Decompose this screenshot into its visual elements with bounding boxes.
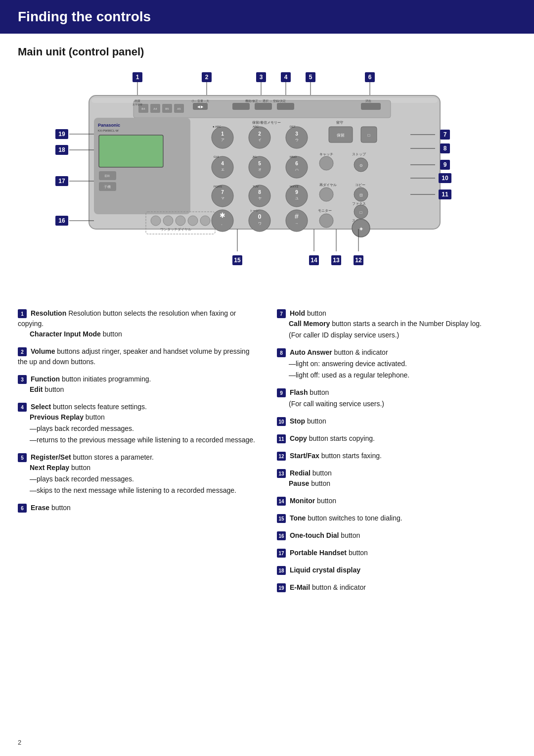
svg-text:文字切替: 文字切替 xyxy=(133,103,142,106)
svg-text:14: 14 xyxy=(311,257,317,264)
control-panel-diagram: 1 2 3 4 5 6 xyxy=(44,68,490,291)
desc-11-bold: Copy xyxy=(290,434,307,442)
svg-text:。: 。 xyxy=(221,222,224,225)
svg-point-59 xyxy=(286,127,308,148)
desc-17-bold: Portable Handset xyxy=(290,549,347,557)
svg-text:7: 7 xyxy=(444,131,447,138)
desc-8-detail2: —light off: used as a regular telephone. xyxy=(289,370,516,380)
right-descriptions: 7 Hold button Call Memory button starts … xyxy=(277,308,516,600)
svg-text:GHI: GHI xyxy=(214,155,219,158)
svg-text:エ: エ xyxy=(221,168,224,171)
desc-item-10: 10 Stop button xyxy=(277,416,516,426)
svg-text:Panasonic: Panasonic xyxy=(98,123,120,128)
desc-14-bold: Monitor xyxy=(290,497,315,505)
svg-point-50 xyxy=(212,127,233,148)
desc-16-bold: One-touch Dial xyxy=(290,531,339,539)
svg-point-120 xyxy=(151,216,161,226)
svg-text:B5: B5 xyxy=(165,107,169,110)
svg-text:13: 13 xyxy=(333,257,340,264)
callout-13: 13 xyxy=(277,469,286,478)
svg-text:JKL: JKL xyxy=(252,155,258,158)
svg-text:ファクス: ファクス xyxy=(352,202,366,205)
desc-item-19: 19 E-Mail button & indicator xyxy=(277,582,516,593)
desc-18-bold: Liquid crystal display xyxy=(290,566,360,574)
svg-text:子機: 子機 xyxy=(104,185,111,189)
svg-text:●: ● xyxy=(213,125,215,128)
svg-point-75 xyxy=(286,156,308,178)
svg-rect-32 xyxy=(255,103,272,110)
svg-text:WXYZ: WXYZ xyxy=(290,185,299,188)
descriptions-grid: 1 Resolution Resolution button selects t… xyxy=(18,308,516,600)
svg-point-124 xyxy=(200,216,210,226)
svg-text:保留: 保留 xyxy=(337,133,345,138)
svg-point-92 xyxy=(286,185,308,207)
desc-12-bold: Start/Fax xyxy=(290,452,319,460)
svg-text:留守: 留守 xyxy=(336,121,343,124)
svg-text:A5: A5 xyxy=(177,107,181,110)
svg-text:11: 11 xyxy=(442,191,448,198)
svg-text:ヤ: ヤ xyxy=(258,196,262,200)
desc-item-16: 16 One-touch Dial button xyxy=(277,530,516,541)
desc-2-bold: Volume xyxy=(31,347,55,355)
svg-text:ユ: ユ xyxy=(295,196,299,200)
desc-1-bold: Resolution xyxy=(31,309,66,317)
svg-text:ABC: ABC xyxy=(215,125,222,128)
desc-item-13: 13 Redial button Pause button xyxy=(277,468,516,489)
svg-text:17: 17 xyxy=(58,178,65,185)
desc-7-bold: Hold xyxy=(290,309,305,317)
desc-item-2: 2 Volume buttons adjust ringer, speaker … xyxy=(18,346,257,367)
svg-text:機能/修正 ← 選択 → 登録/決定: 機能/修正 ← 選択 → 登録/決定 xyxy=(245,99,286,102)
svg-text:□: □ xyxy=(368,133,370,138)
desc-item-8: 8 Auto Answer button & indicator —light … xyxy=(277,347,516,380)
desc-4-detail2: —returns to the previous message while l… xyxy=(30,435,257,445)
callout-7: 7 xyxy=(277,309,286,318)
svg-text:E✉: E✉ xyxy=(105,174,110,178)
svg-text:16: 16 xyxy=(58,217,65,224)
desc-9-bold: Flash xyxy=(290,388,308,396)
svg-point-122 xyxy=(176,216,185,226)
svg-text:1: 1 xyxy=(221,131,224,137)
desc-4-sub: Previous Replay xyxy=(30,413,84,421)
svg-text:6: 6 xyxy=(368,74,372,81)
svg-text:小←音量→大: 小←音量→大 xyxy=(191,99,209,102)
svg-text:ABC: ABC xyxy=(253,125,259,128)
callout-2: 2 xyxy=(18,347,27,356)
svg-point-80 xyxy=(319,156,333,170)
desc-item-12: 12 Start/Fax button starts faxing. xyxy=(277,451,516,461)
svg-text:⊡: ⊡ xyxy=(359,193,363,197)
callout-6: 6 xyxy=(18,504,27,513)
desc-7-sub: Call Memory xyxy=(289,320,330,328)
svg-text:9: 9 xyxy=(444,161,447,168)
svg-text:コピー: コピー xyxy=(355,183,365,187)
svg-text:ハ: ハ xyxy=(295,168,299,171)
left-descriptions: 1 Resolution Resolution button selects t… xyxy=(18,308,257,600)
desc-4-detail1: —plays back recorded messages. xyxy=(30,424,257,434)
desc-5-bold: Register/Set xyxy=(31,453,71,461)
callout-11: 11 xyxy=(277,434,286,443)
callout-10: 10 xyxy=(277,417,286,426)
svg-text:12: 12 xyxy=(355,257,362,264)
svg-text:3: 3 xyxy=(260,74,263,81)
callout-4: 4 xyxy=(18,403,27,412)
svg-text:0: 0 xyxy=(258,213,262,220)
desc-item-1: 1 Resolution Resolution button selects t… xyxy=(18,308,257,339)
svg-text:10: 10 xyxy=(442,175,448,182)
svg-text:✱: ✱ xyxy=(220,211,225,219)
desc-10-bold: Stop xyxy=(290,417,305,425)
callout-5: 5 xyxy=(18,453,27,462)
svg-text:1: 1 xyxy=(136,74,139,81)
section-title: Main unit (control panel) xyxy=(18,46,516,58)
desc-3-sub: Edit xyxy=(30,385,43,393)
svg-text:モニター: モニター xyxy=(318,209,332,213)
svg-point-123 xyxy=(188,216,198,226)
svg-point-84 xyxy=(212,185,233,207)
page-number: 2 xyxy=(18,739,21,746)
svg-text:15: 15 xyxy=(234,257,241,264)
desc-item-6: 6 Erase button xyxy=(18,503,257,513)
callout-16: 16 xyxy=(277,531,286,540)
svg-text:9: 9 xyxy=(295,189,298,195)
desc-item-3: 3 Function button initiates programming.… xyxy=(18,374,257,395)
svg-rect-34 xyxy=(361,103,381,110)
desc-item-7: 7 Hold button Call Memory button starts … xyxy=(277,308,516,340)
desc-item-17: 17 Portable Handset button xyxy=(277,548,516,558)
